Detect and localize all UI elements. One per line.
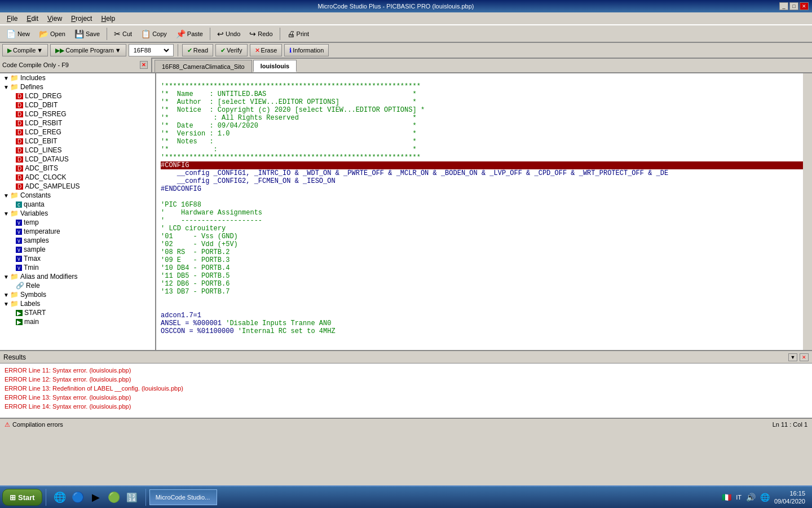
open-icon: 📂 [39,29,48,38]
cut-icon: ✂ [114,29,121,38]
start-button[interactable]: ⊞ Start [2,489,42,506]
menubar: File Edit View Project Help [0,12,812,25]
tab-louislouis[interactable]: louislouis [253,60,297,72]
sidebar-section-defines[interactable]: ▼ 📁 Defines [0,82,155,91]
taskbar-media-icon[interactable]: ▶ [88,489,104,505]
taskbar-microcode-app[interactable]: MicroCode Studio... [149,489,217,505]
error-line-5: ERROR Line 14: Syntax error. (louislouis… [5,402,807,411]
paste-button[interactable]: 📌 Paste [172,27,207,41]
taskbar-separator [46,489,46,506]
defines-expand-icon: ▼ [2,84,10,90]
sidebar-item-quanta[interactable]: c quanta [0,200,155,209]
taskbar-browser-icon[interactable]: 🌐 [52,489,68,505]
title-text: MicroCode Studio Plus - PICBASIC PRO (lo… [12,3,779,10]
sidebar-section-constants[interactable]: ▼ 📁 Constants [0,191,155,200]
print-icon: 🖨 [287,29,295,38]
compile-program-dropdown-arrow: ▼ [115,47,121,54]
tab-16f88-camera[interactable]: 16F88_CameraClimatica_Sito [155,60,252,72]
open-button[interactable]: 📂 Open [35,27,69,41]
symbols-expand-icon: ▼ [2,292,10,298]
chip-select[interactable]: 16F88 16F877A 16F628A 18F4520 [129,44,174,56]
undo-button[interactable]: ↩ Undo [213,27,244,41]
sidebar-item-sample[interactable]: v sample [0,245,155,254]
close-button[interactable]: ✕ [800,2,809,10]
sidebar-item-lcd-ebit[interactable]: D LCD_EBIT [0,137,155,146]
compile-button[interactable]: ▶ Compile ▼ [2,44,48,56]
compile-program-button[interactable]: ▶▶ Compile Program ▼ [50,44,126,56]
compilebar-sep [178,44,178,56]
results-header: Results ▼ ✕ [0,351,812,364]
menu-view[interactable]: View [43,13,67,24]
tray-flag-icon: 🇮🇹 [722,493,731,502]
cut-button[interactable]: ✂ Cut [110,27,136,41]
clock: 16:15 09/04/2020 [774,489,805,505]
redo-button[interactable]: ↪ Redo [245,27,276,41]
sidebar-item-tmin[interactable]: v Tmin [0,263,155,272]
sidebar-item-rele[interactable]: 🔗 Rele [0,281,155,290]
editor-area[interactable]: '***************************************… [156,73,812,350]
sidebar-item-adc-sampleus[interactable]: D ADC_SAMPLEUS [0,182,155,191]
error-line-1: ERROR Line 11: Syntax error. (louislouis… [5,366,807,375]
sidebar-item-lcd-ereg[interactable]: D LCD_EREG [0,128,155,137]
titlebar: MicroCode Studio Plus - PICBASIC PRO (lo… [0,0,812,12]
erase-button[interactable]: ✕ Erase [250,44,283,56]
cursor-position: Ln 11 : Col 1 [773,421,807,428]
menu-help[interactable]: Help [96,13,120,24]
read-button[interactable]: ✔ Read [182,44,213,56]
redo-icon: ↪ [249,29,256,38]
toolbar-separator-1 [107,28,107,40]
alias-expand-icon: ▼ [2,274,10,280]
sidebar-item-lcd-dreg[interactable]: D LCD_DREG [0,91,155,100]
sidebar-section-alias[interactable]: ▼ 📁 Alias and Modifiers [0,272,155,281]
sidebar-item-temperature[interactable]: v temperature [0,227,155,236]
verify-button[interactable]: ✔ Verify [215,44,248,56]
sidebar-item-lcd-rsreg[interactable]: D LCD_RSREG [0,110,155,119]
compilation-errors-status: ⚠ Compilation errors [5,421,63,428]
taskbar-chrome-icon[interactable]: 🟢 [106,489,122,505]
editor-content: '***************************************… [156,73,803,344]
information-icon: ℹ [289,47,292,54]
sidebar-section-includes[interactable]: ▼ 📁 Includes [0,73,155,82]
sidebar-item-lcd-rsbit[interactable]: D LCD_RSBIT [0,119,155,128]
toolbar: 📄 New 📂 Open 💾 Save ✂ Cut 📋 Copy 📌 Paste… [0,25,812,43]
menu-file[interactable]: File [2,13,22,24]
code-compile-close-button[interactable]: ✕ [140,61,148,69]
main-area: ▼ 📁 Includes ▼ 📁 Defines D LCD_DREG D LC… [0,73,812,350]
sidebar-section-labels[interactable]: ▼ 📁 Labels [0,299,155,308]
print-button[interactable]: 🖨 Print [283,27,314,41]
menu-project[interactable]: Project [67,13,96,24]
copy-icon: 📋 [141,29,151,38]
sidebar-section-symbols[interactable]: ▼ 📁 Symbols [0,290,155,299]
sidebar-item-temp[interactable]: v temp [0,218,155,227]
constants-label: Constants [20,191,51,199]
erase-icon: ✕ [255,47,260,54]
results-close-button[interactable]: ✕ [800,353,809,361]
sidebar-item-samples[interactable]: v samples [0,236,155,245]
taskbar-calc-icon[interactable]: 🔢 [124,489,140,505]
sidebar-item-main[interactable]: ▶ main [0,317,155,326]
sidebar-item-adc-clock[interactable]: D ADC_CLOCK [0,173,155,182]
sidebar-section-variables[interactable]: ▼ 📁 Variables [0,209,155,218]
constants-expand-icon: ▼ [2,192,10,199]
includes-label: Includes [20,74,46,82]
sidebar-item-lcd-lines[interactable]: D LCD_LINES [0,146,155,155]
results-panel: Results ▼ ✕ ERROR Line 11: Syntax error.… [0,350,812,418]
taskbar: ⊞ Start 🌐 🔵 ▶ 🟢 🔢 MicroCode Studio... 🇮🇹… [0,485,812,508]
save-button[interactable]: 💾 Save [70,27,104,41]
maximize-button[interactable]: □ [789,2,798,10]
tray-it-label: IT [736,494,742,501]
sidebar-item-lcd-dataus[interactable]: D LCD_DATAUS [0,155,155,164]
sidebar-item-tmax[interactable]: v Tmax [0,254,155,263]
sidebar-item-adc-bits[interactable]: D ADC_BITS [0,164,155,173]
chip-dropdown[interactable]: 16F88 16F877A 16F628A 18F4520 [131,46,171,54]
menu-edit[interactable]: Edit [22,13,43,24]
copy-button[interactable]: 📋 Copy [137,27,171,41]
sidebar-item-start[interactable]: ▶ START [0,308,155,317]
results-minimize-button[interactable]: ▼ [788,353,797,361]
minimize-button[interactable]: _ [779,2,788,10]
taskbar-ie-icon[interactable]: 🔵 [70,489,86,505]
defines-items: D LCD_DREG D LCD_DBIT D LCD_RSREG D LCD_… [0,91,155,191]
new-button[interactable]: 📄 New [2,27,34,41]
sidebar-item-lcd-dbit[interactable]: D LCD_DBIT [0,100,155,110]
information-button[interactable]: ℹ Information [284,44,329,56]
